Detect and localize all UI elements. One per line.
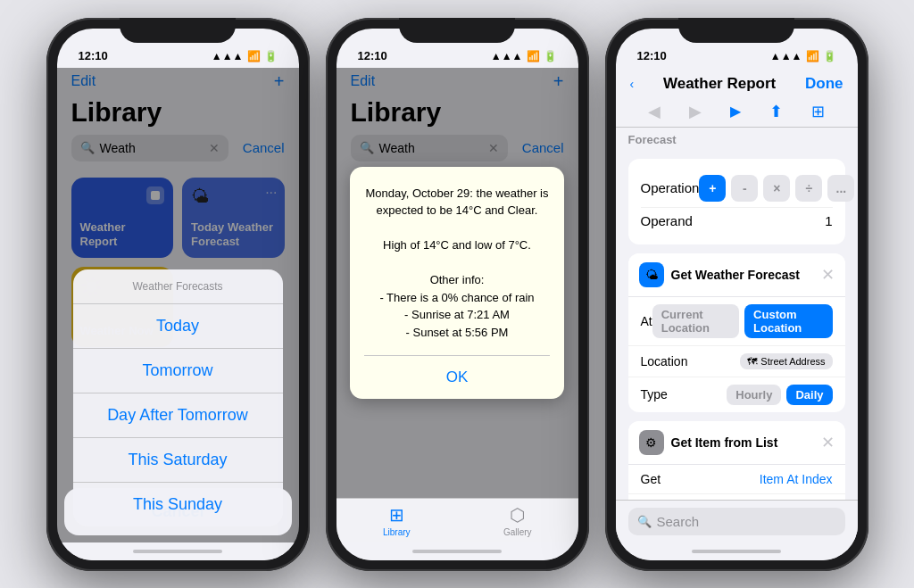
phone-2: 12:10 ▲▲▲ 📶 🔋 Edit + Library 🔍: [326, 18, 589, 571]
alert-text-2: Monday, October 29: the weather is expec…: [364, 185, 550, 342]
phone-1: 12:10 ▲▲▲ 📶 🔋 Edit + Library: [46, 18, 310, 571]
gallery-tab-label: Gallery: [503, 527, 532, 537]
battery-icon: 🔋: [264, 50, 278, 62]
gallery-tab-icon: ⬡: [510, 504, 525, 526]
get-row: Get Item At Index: [628, 465, 845, 494]
op-minus[interactable]: -: [731, 175, 758, 202]
item-block-icon: ⚙: [639, 430, 664, 455]
share-button[interactable]: ⬆: [769, 102, 783, 121]
time-3: 12:10: [637, 49, 667, 62]
operation-buttons: + - × ÷ ...: [699, 175, 854, 202]
tab-gallery-2[interactable]: ⬡ Gallery: [457, 504, 578, 537]
signal-icon-2: ▲▲▲: [491, 50, 523, 62]
item-block-close[interactable]: ✕: [821, 433, 835, 452]
signal-icon-3: ▲▲▲: [770, 50, 802, 62]
alert-body1-2: High of 14°C and low of 7°C.: [383, 238, 531, 252]
status-icons-2: ▲▲▲ 📶 🔋: [491, 50, 557, 62]
get-value[interactable]: Item At Index: [760, 472, 833, 486]
weather-block-close[interactable]: ✕: [821, 265, 835, 285]
bottom-search-area: 🔍 Search: [616, 500, 858, 542]
location-label: Location: [641, 354, 688, 369]
action-item-saturday[interactable]: This Saturday: [73, 438, 283, 483]
action-item-sunday[interactable]: This Sunday: [73, 483, 283, 526]
library-tab-icon: ⊞: [389, 504, 404, 526]
operand-value[interactable]: 1: [825, 213, 832, 228]
type-row: Type Hourly Daily: [628, 377, 845, 412]
notch-2: [399, 18, 515, 43]
operation-row: Operation + - × ÷ ...: [641, 170, 833, 208]
get-weather-title: Get Weather Forecast: [671, 268, 821, 282]
location-icon: 🗺: [747, 356, 757, 367]
alert-body4-2: - Sunrise at 7:21 AM: [404, 308, 510, 321]
redo-button[interactable]: ▶: [689, 102, 702, 121]
bottom-search-placeholder: Search: [657, 514, 700, 529]
custom-location-tag[interactable]: Custom Location: [744, 304, 832, 338]
street-address-label: Street Address: [760, 356, 825, 367]
get-item-title: Get Item from List: [671, 435, 821, 450]
toolbar-3: ◀ ▶ ▶ ⬆ ⊞: [616, 96, 858, 128]
action-sheet-title-1: Weather Forecasts: [73, 269, 283, 304]
action-item-today[interactable]: Today: [73, 304, 283, 349]
at-label: At: [641, 314, 652, 328]
undo-button[interactable]: ◀: [648, 102, 661, 121]
alert-body2-2: Other info:: [430, 273, 485, 286]
time-1: 12:10: [79, 49, 108, 62]
bottom-search-bar[interactable]: 🔍 Search: [628, 508, 845, 535]
wifi-icon-3: 📶: [806, 50, 819, 62]
alert-title-2: Monday, October 29: the weather is expec…: [366, 186, 549, 218]
home-indicator-2: [337, 542, 578, 560]
nav-back-btn[interactable]: ‹: [630, 77, 635, 91]
op-plus[interactable]: +: [699, 175, 726, 202]
alert-body5-2: - Sunset at 5:56 PM: [406, 326, 509, 339]
wifi-icon-2: 📶: [527, 50, 540, 62]
forecast-section-label: Forecast: [616, 128, 858, 150]
home-indicator-3: [616, 542, 858, 560]
alert-body3-2: - There is a 0% chance of rain: [379, 291, 534, 304]
at-tags: Current Location Custom Location: [652, 304, 833, 338]
library-tab-label: Library: [383, 527, 411, 537]
op-multiply[interactable]: ×: [763, 175, 790, 202]
editor-title: Weather Report: [663, 75, 776, 93]
play-button[interactable]: ▶: [730, 103, 741, 120]
get-item-header: ⚙ Get Item from List ✕: [628, 421, 845, 465]
get-weather-header: 🌤 Get Weather Forecast ✕: [628, 253, 845, 297]
bottom-search-icon: 🔍: [637, 515, 652, 528]
settings-button[interactable]: ⊞: [811, 102, 825, 121]
editor-content[interactable]: Operation + - × ÷ ... Operand 1: [616, 150, 858, 500]
alert-ok-button[interactable]: OK: [364, 356, 550, 399]
action-sheet-1: Weather Forecasts Today Tomorrow Day Aft…: [73, 269, 283, 526]
at-row: At Current Location Custom Location: [628, 297, 845, 346]
action-item-day-after[interactable]: Day After Tomorrow: [73, 393, 283, 438]
operand-row: Operand 1: [641, 208, 833, 234]
battery-icon-2: 🔋: [544, 50, 557, 62]
notch-1: [120, 18, 236, 43]
alert-backdrop-2: Monday, October 29: the weather is expec…: [337, 68, 578, 498]
operation-label: Operation: [641, 180, 700, 195]
location-row: Location 🗺 Street Address: [628, 346, 845, 377]
battery-icon-3: 🔋: [823, 50, 836, 62]
type-label: Type: [641, 387, 668, 402]
time-2: 12:10: [358, 49, 387, 62]
editor-nav: ‹ Weather Report Done: [616, 68, 858, 96]
status-icons-3: ▲▲▲ 📶 🔋: [770, 50, 836, 62]
notch-3: [678, 18, 794, 43]
get-label: Get: [641, 472, 661, 486]
op-dots[interactable]: ...: [827, 175, 854, 202]
weather-block-icon: 🌤: [639, 262, 664, 287]
phone-3: 12:10 ▲▲▲ 📶 🔋 ‹ Weather Report Done ◀ ▶: [605, 18, 868, 571]
done-button[interactable]: Done: [805, 75, 843, 93]
signal-icon: ▲▲▲: [212, 50, 244, 62]
get-weather-block: 🌤 Get Weather Forecast ✕ At Current Loca…: [628, 253, 845, 412]
get-item-block: ⚙ Get Item from List ✕ Get Item At Index…: [628, 421, 845, 500]
action-sheet-wrapper-1: Weather Forecasts Today Tomorrow Day Aft…: [64, 481, 292, 535]
wifi-icon: 📶: [247, 50, 261, 62]
street-address-tag[interactable]: 🗺 Street Address: [740, 353, 832, 369]
tab-library-2[interactable]: ⊞ Library: [337, 504, 458, 537]
home-indicator-1: [57, 542, 299, 560]
action-item-tomorrow[interactable]: Tomorrow: [73, 349, 283, 393]
type-tags: Hourly Daily: [727, 385, 832, 405]
hourly-tag[interactable]: Hourly: [727, 385, 781, 405]
daily-tag[interactable]: Daily: [786, 385, 832, 405]
current-location-tag[interactable]: Current Location: [652, 304, 739, 338]
op-divide[interactable]: ÷: [795, 175, 822, 202]
